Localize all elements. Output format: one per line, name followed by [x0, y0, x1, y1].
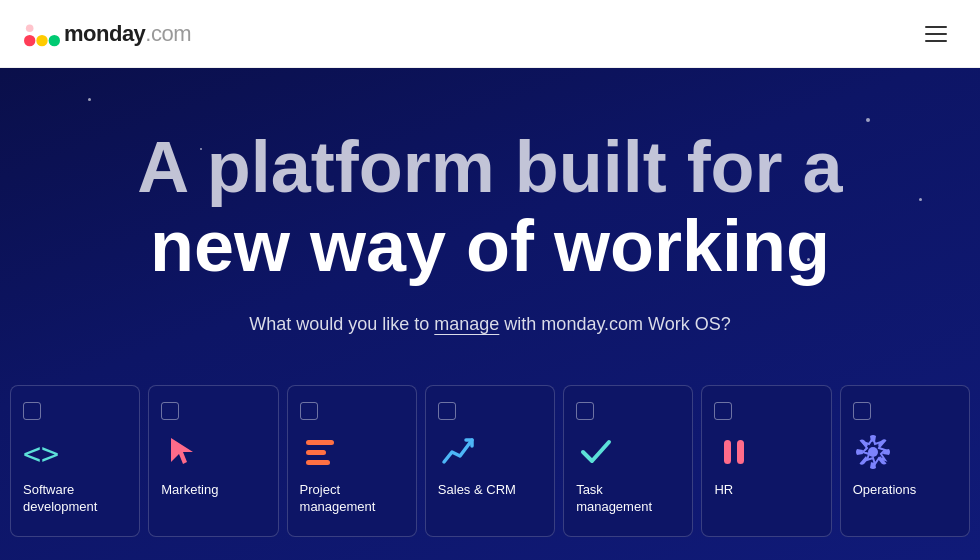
hamburger-button[interactable]	[916, 14, 956, 54]
logo-icon	[24, 20, 60, 48]
project-icon	[300, 432, 340, 472]
svg-point-3	[26, 24, 34, 32]
svg-rect-8	[306, 460, 330, 465]
hr-icon	[714, 432, 754, 472]
star-decoration	[866, 118, 870, 122]
card-checkbox[interactable]	[161, 402, 179, 420]
sales-icon	[438, 432, 478, 472]
star-decoration	[200, 148, 202, 150]
card-label: Task management	[576, 482, 680, 516]
card-sales-crm[interactable]: Sales & CRM	[425, 385, 555, 537]
card-label: HR	[714, 482, 733, 499]
hero-title: A platform built for a new way of workin…	[137, 128, 842, 286]
card-checkbox[interactable]	[300, 402, 318, 420]
card-label: Software development	[23, 482, 127, 516]
hero-subtitle: What would you like to manage with monda…	[249, 314, 731, 335]
card-checkbox[interactable]	[853, 402, 871, 420]
card-hr[interactable]: HR	[701, 385, 831, 537]
svg-point-0	[24, 34, 35, 45]
code-icon: <>	[23, 432, 63, 472]
card-checkbox[interactable]	[714, 402, 732, 420]
manage-highlight: manage	[434, 314, 499, 334]
svg-marker-5	[171, 438, 193, 464]
svg-rect-9	[724, 440, 731, 464]
svg-rect-7	[306, 450, 326, 455]
card-software-development[interactable]: <> Software development	[10, 385, 140, 537]
card-marketing[interactable]: Marketing	[148, 385, 278, 537]
svg-rect-10	[737, 440, 744, 464]
star-decoration	[807, 258, 810, 261]
card-checkbox[interactable]	[23, 402, 41, 420]
logo-suffix: .com	[145, 21, 191, 46]
card-checkbox[interactable]	[438, 402, 456, 420]
card-label: Sales & CRM	[438, 482, 516, 499]
task-icon	[576, 432, 616, 472]
star-decoration	[88, 98, 91, 101]
svg-point-2	[49, 34, 60, 45]
card-label: Operations	[853, 482, 917, 499]
logo[interactable]: monday.com	[24, 20, 191, 48]
logo-text: monday.com	[64, 21, 191, 47]
marketing-icon	[161, 432, 201, 472]
card-label: Marketing	[161, 482, 218, 499]
card-task-management[interactable]: Task management	[563, 385, 693, 537]
hamburger-line-2	[925, 33, 947, 35]
operations-icon	[853, 432, 893, 472]
star-decoration	[919, 198, 922, 201]
header: monday.com	[0, 0, 980, 68]
card-label: Project management	[300, 482, 404, 516]
logo-main: monday	[64, 21, 145, 46]
hero-title-line2: new way of working	[150, 206, 830, 286]
card-checkbox[interactable]	[576, 402, 594, 420]
hamburger-line-1	[925, 26, 947, 28]
svg-rect-6	[306, 440, 334, 445]
category-cards-row: <> Software development Marketing	[0, 385, 980, 537]
hero-title-line1: A platform built for a	[137, 127, 842, 207]
card-operations[interactable]: Operations	[840, 385, 970, 537]
card-project-management[interactable]: Project management	[287, 385, 417, 537]
hamburger-line-3	[925, 40, 947, 42]
svg-point-1	[36, 34, 47, 45]
svg-text:<>: <>	[23, 436, 59, 468]
hero-section: A platform built for a new way of workin…	[0, 68, 980, 560]
